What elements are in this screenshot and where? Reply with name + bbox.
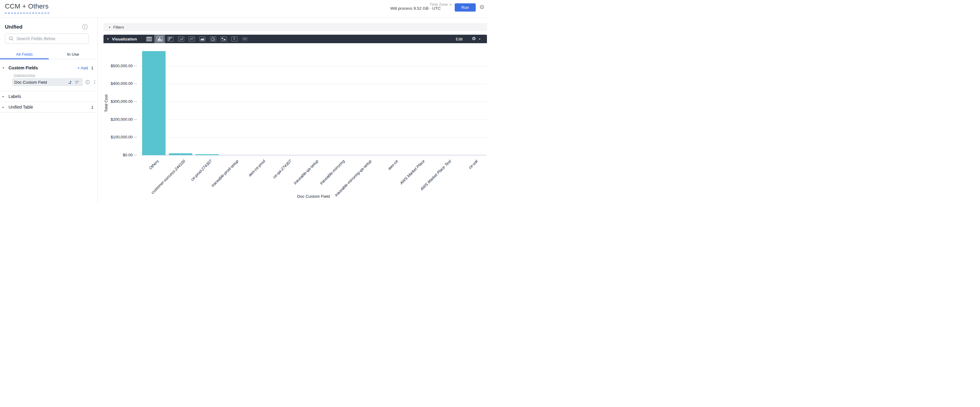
labels-section-label: Labels [8,94,21,99]
viz-type-map-icon[interactable] [218,35,229,43]
y-tick-label: $100,000.00 [99,135,133,139]
x-category-label: AWS Market Place [399,159,426,186]
viz-type-area-chart-icon[interactable] [197,35,208,43]
filter-icon[interactable] [75,80,80,84]
unified-table-count: 1 [91,105,94,110]
gridline [141,102,486,102]
area-chart-glyph [199,37,205,41]
viz-type-picker: 6••• [144,35,250,43]
viz-type-table-icon[interactable] [144,35,154,43]
bar-customer-success-244100[interactable] [169,153,192,155]
edit-button[interactable]: Edit [456,37,463,41]
line-chart-glyph [189,37,195,41]
search-icon [9,36,14,41]
header-bar: CCM + Others Will process 9.52 GB · UTC … [0,0,490,17]
chart-area: $500,000.00$400,000.00$300,000.00$200,00… [98,43,490,204]
x-category-label: traceable-qa-setup [293,159,319,185]
x-category-label: traceable-prod-setup [210,159,239,188]
filters-toggle-bar[interactable]: ▸ Filters [103,23,487,31]
filters-label: Filters [113,25,124,30]
bar-chart-glyph [167,37,173,41]
y-tick-mark [134,66,137,66]
caret-down-icon[interactable]: ▾ [1,66,5,69]
field-tabs: All Fields In Use [0,48,98,60]
pie-chart-glyph [210,37,216,41]
bar-Others[interactable] [142,51,165,155]
section-labels[interactable]: ▸ Labels [0,91,98,102]
tab-all-fields[interactable]: All Fields [0,48,49,60]
will-process-text: Will process 9.52 GB · UTC [390,6,441,11]
caret-down-icon[interactable]: ▾ [107,37,109,40]
caret-right-icon[interactable]: ▸ [1,105,5,108]
unified-table-section-label: Unified Table [8,105,33,110]
settings-gear-icon[interactable]: ⚙ [479,4,485,11]
dimensions-group-label: DIMENSIONS [14,74,35,78]
visualization-label: Visualization [112,37,137,41]
custom-fields-label: Custom Fields [8,65,38,70]
x-category-label: AWS Market Place Test [419,159,452,191]
explore-title: Unified [5,24,22,30]
viz-type-pie-chart-icon[interactable] [208,35,218,43]
app-root: CCM + Others Will process 9.52 GB · UTC … [0,0,490,204]
field-label: Doc Custom Field [14,80,47,84]
x-axis-title: Doc Custom Field [295,194,332,199]
y-tick-mark [134,137,137,137]
page-title[interactable]: CCM + Others [5,2,49,10]
title-underline [5,13,49,13]
field-doc-custom-field[interactable]: Doc Custom Field [12,78,83,86]
x-category-label: ce-uat [468,159,479,170]
y-tick-label: $0.00 [99,153,133,157]
scatter-glyph [178,37,184,41]
custom-fields-count: 1 [91,66,94,70]
y-tick-label: $200,000.00 [99,117,133,122]
y-tick-label: $500,000.00 [99,64,133,68]
section-unified-table[interactable]: ▸ Unified Table 1 [0,102,98,112]
y-tick-mark [134,101,137,102]
x-category-label: ce-prod-274307 [190,159,213,182]
bar-ce-prod-274307[interactable] [196,154,219,155]
viz-type-more-icon[interactable]: ••• [240,35,250,43]
divider [0,112,98,113]
caret-down-icon[interactable]: ▾ [479,38,480,40]
search-input[interactable] [16,36,80,41]
y-tick-mark [134,155,137,156]
caret-right-icon: ▸ [108,25,112,29]
tab-in-use[interactable]: In Use [49,48,97,60]
collapse-sidebar-button[interactable] [82,24,88,30]
x-category-label: aws-ce [387,159,399,171]
single-value-glyph: 6 [231,37,237,41]
viz-settings-gear-icon[interactable]: ⚙ [472,36,476,41]
chevron-down-icon [449,4,452,5]
x-category-label: ce-qa-274307 [272,159,293,179]
time-zone-label: Time Zone [430,2,448,7]
visualization-toolbar: ▾ Visualization 6••• Edit ⚙ ▾ [103,35,487,43]
viz-type-scatter-icon[interactable] [176,35,186,43]
column-chart-glyph [157,37,163,41]
add-custom-field-button[interactable]: + Add [77,66,88,70]
x-category-label: Others [148,159,159,170]
map-glyph [221,37,227,41]
y-tick-mark [134,119,137,120]
more-options-icon[interactable] [92,80,97,84]
y-tick-label: $400,000.00 [99,81,133,86]
viz-type-column-chart-icon[interactable] [154,35,165,43]
section-custom-fields[interactable]: ▾ Custom Fields + Add 1 [0,63,98,72]
search-field-container [5,33,89,44]
active-tab-underline [0,59,49,59]
gridline [141,84,486,84]
pivot-icon[interactable] [68,80,72,84]
gridline [141,119,486,120]
viz-type-single-value-icon[interactable]: 6 [229,35,240,43]
time-zone-dropdown[interactable]: Time Zone [430,2,452,7]
more-glyph: ••• [242,37,248,41]
y-tick-mark [134,83,137,84]
run-button[interactable]: Run [455,3,476,11]
viz-type-bar-chart-icon[interactable] [165,35,176,43]
x-axis-line [141,155,486,156]
x-category-label: traceable-mirroring [319,159,346,186]
x-category-label: aws-ce-prod [247,159,266,177]
info-icon[interactable] [85,80,90,84]
table-glyph [146,37,152,41]
caret-right-icon[interactable]: ▸ [1,95,5,98]
viz-type-line-chart-icon[interactable] [186,35,197,43]
